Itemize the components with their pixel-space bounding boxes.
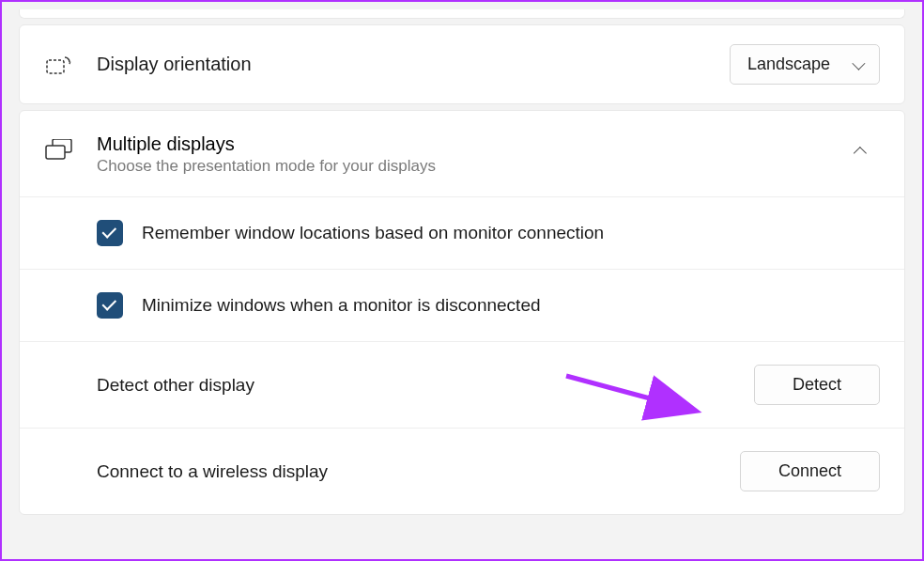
display-orientation-card: Display orientation Landscape: [19, 24, 905, 104]
remember-locations-row: Remember window locations based on monit…: [20, 196, 904, 269]
connect-label: Connect to a wireless display: [97, 461, 740, 482]
detect-button[interactable]: Detect: [754, 365, 880, 405]
detect-display-row: Detect other display Detect: [20, 341, 904, 428]
remember-checkbox[interactable]: [97, 220, 123, 246]
collapse-button[interactable]: [844, 133, 880, 169]
orientation-title: Display orientation: [97, 54, 730, 75]
connect-button[interactable]: Connect: [740, 451, 880, 491]
multiple-displays-header[interactable]: Multiple displays Choose the presentatio…: [20, 111, 904, 196]
connect-display-row: Connect to a wireless display Connect: [20, 428, 904, 514]
display-orientation-row: Display orientation Landscape: [20, 25, 904, 103]
previous-card-slice: [19, 9, 905, 19]
orientation-dropdown[interactable]: Landscape: [730, 44, 880, 85]
minimize-label: Minimize windows when a monitor is disco…: [142, 295, 880, 316]
multiple-displays-card: Multiple displays Choose the presentatio…: [19, 110, 905, 515]
minimize-checkbox[interactable]: [97, 292, 123, 319]
multiple-displays-content: Multiple displays Choose the presentatio…: [97, 133, 844, 176]
multiple-displays-title: Multiple displays: [97, 133, 844, 155]
svg-rect-1: [46, 146, 65, 159]
detect-label: Detect other display: [97, 375, 754, 396]
chevron-up-icon: [854, 147, 867, 160]
svg-rect-0: [47, 60, 64, 73]
orientation-icon: [44, 54, 74, 76]
multiple-displays-subtitle: Choose the presentation mode for your di…: [97, 157, 844, 176]
remember-label: Remember window locations based on monit…: [142, 223, 880, 243]
multiple-displays-icon: [44, 133, 74, 162]
minimize-windows-row: Minimize windows when a monitor is disco…: [20, 269, 904, 341]
chevron-down-icon: [852, 56, 865, 70]
orientation-selected: Landscape: [747, 55, 830, 74]
checkmark-icon: [102, 296, 117, 311]
checkmark-icon: [102, 224, 117, 239]
